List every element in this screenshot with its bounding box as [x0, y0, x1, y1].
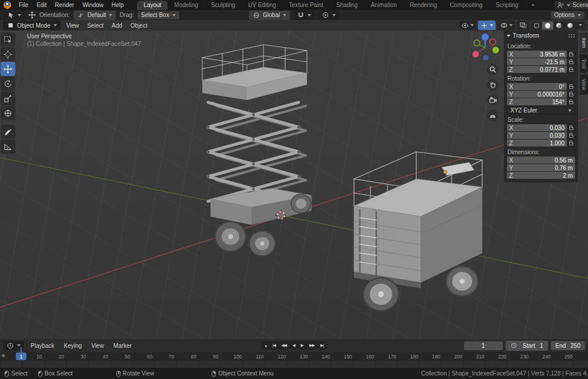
- workspace-tab[interactable]: +: [525, 1, 542, 10]
- gizmo-icon: [480, 22, 488, 29]
- workspace-tab[interactable]: Scripting: [489, 1, 525, 10]
- scene-selector[interactable]: Scene: [554, 1, 588, 9]
- transform-tool[interactable]: [1, 106, 15, 120]
- number-field[interactable]: Y0.000016°: [507, 91, 567, 98]
- shading-rendered-button[interactable]: [564, 22, 576, 29]
- navigation-gizmo[interactable]: [470, 32, 500, 62]
- transform-panel-header[interactable]: Transform: [504, 31, 578, 41]
- blender-logo-icon[interactable]: [4, 1, 11, 9]
- number-field[interactable]: Y0.76 m: [507, 164, 575, 171]
- zoom-button[interactable]: [487, 64, 499, 75]
- lock-button[interactable]: [567, 84, 575, 89]
- menu-item[interactable]: Render: [51, 1, 78, 9]
- rotation-mode-dropdown[interactable]: XYZ Euler: [507, 107, 575, 114]
- workspace-tab[interactable]: Layout: [137, 1, 168, 10]
- orientation-dropdown[interactable]: Default: [74, 11, 116, 20]
- number-field[interactable]: X0.030: [507, 124, 567, 131]
- lock-button[interactable]: [567, 141, 575, 145]
- end-frame-field[interactable]: End250: [551, 341, 585, 350]
- playback-button[interactable]: ◀◀: [278, 342, 289, 349]
- perspective-toggle-button[interactable]: [487, 109, 499, 121]
- lock-button[interactable]: [567, 133, 575, 138]
- blender-window: FileEditRenderWindowHelp LayoutModelingS…: [0, 0, 588, 379]
- workspace-tab[interactable]: Modeling: [168, 1, 205, 10]
- pan-button[interactable]: [487, 79, 499, 91]
- lock-button[interactable]: [567, 59, 575, 64]
- scale-tool[interactable]: [1, 91, 15, 105]
- move-gizmo-icon[interactable]: [28, 11, 36, 19]
- sidebar-tab[interactable]: Item: [580, 33, 588, 53]
- workspace-tab[interactable]: Shading: [330, 1, 365, 10]
- lock-button[interactable]: [567, 52, 575, 56]
- shading-material-button[interactable]: [553, 22, 564, 29]
- sidebar-tab[interactable]: View: [580, 74, 588, 95]
- measure-tool[interactable]: [1, 139, 15, 154]
- number-field[interactable]: Z154°: [507, 98, 567, 105]
- start-frame-field[interactable]: Start1: [506, 341, 548, 351]
- number-field[interactable]: Y-21.5 m: [507, 58, 567, 65]
- workspace-tab[interactable]: UV Editing: [242, 1, 282, 10]
- number-field[interactable]: Y0.030: [507, 132, 567, 139]
- number-field[interactable]: Z0.0771 m: [507, 66, 567, 73]
- timeline-track[interactable]: [0, 361, 588, 368]
- lock-button[interactable]: [567, 125, 575, 130]
- number-field[interactable]: X3.9536 m: [507, 51, 567, 58]
- playback-button[interactable]: ●: [262, 342, 269, 349]
- menu-item[interactable]: Window: [78, 1, 108, 9]
- viewport-menu-item[interactable]: Add: [108, 21, 126, 30]
- viewport-menu-item[interactable]: View: [63, 21, 83, 30]
- shading-options-dropdown[interactable]: [576, 23, 585, 28]
- viewport-menu-item[interactable]: Select: [83, 21, 107, 30]
- lock-button[interactable]: [567, 67, 575, 72]
- transform-orientation-dropdown[interactable]: Global: [249, 11, 290, 20]
- workspace-tab[interactable]: Compositing: [443, 1, 489, 10]
- playback-button[interactable]: |◀: [269, 342, 278, 349]
- cursor-tool[interactable]: [1, 47, 15, 61]
- lock-button[interactable]: [567, 99, 575, 104]
- mode-dropdown[interactable]: Object Mode: [3, 21, 61, 30]
- select-box-tool[interactable]: [1, 32, 15, 46]
- gizmo-toggle[interactable]: [478, 21, 496, 30]
- proportional-editing-toggle[interactable]: [318, 11, 339, 20]
- lock-button[interactable]: [567, 92, 575, 97]
- drag-dropdown[interactable]: Select Box: [138, 11, 179, 19]
- timeline-menu-item[interactable]: Playback: [26, 341, 59, 350]
- menu-item[interactable]: Edit: [32, 1, 51, 9]
- overlays-dropdown[interactable]: [497, 21, 515, 30]
- current-frame-field[interactable]: 1: [464, 341, 503, 350]
- workspace-tab[interactable]: Sculpting: [205, 1, 242, 10]
- menu-item[interactable]: Help: [108, 1, 128, 9]
- sidebar-tab[interactable]: Tool: [580, 54, 588, 74]
- drag-handle-icon[interactable]: [568, 34, 575, 38]
- playback-button[interactable]: ▶|: [318, 342, 326, 349]
- workspace-tab[interactable]: Rendering: [403, 1, 443, 10]
- snap-toggle[interactable]: [293, 11, 315, 20]
- timeline-menu-item[interactable]: Marker: [109, 341, 136, 350]
- workspace-tab[interactable]: Texture Paint: [282, 1, 329, 10]
- options-dropdown[interactable]: Options: [551, 11, 584, 19]
- playback-button[interactable]: ◀: [289, 342, 298, 349]
- shading-wireframe-button[interactable]: [531, 22, 542, 29]
- timeline-menu-item[interactable]: View: [87, 341, 108, 350]
- gizmo-y-neg: [474, 40, 480, 46]
- rotate-tool[interactable]: [1, 77, 15, 91]
- number-field[interactable]: Z1.000: [507, 139, 567, 147]
- timeline-ruler[interactable]: 1 10203040506070809010011012013014015016…: [0, 352, 588, 361]
- shading-solid-button[interactable]: [542, 22, 553, 29]
- active-tool-dropdown[interactable]: [4, 11, 25, 20]
- annotate-tool[interactable]: [1, 125, 15, 139]
- timeline-menu-item[interactable]: Keying: [60, 341, 86, 350]
- viewport-menu-item[interactable]: Object: [127, 21, 151, 30]
- workspace-tab[interactable]: Animation: [364, 1, 403, 10]
- number-field[interactable]: Z2 m: [507, 172, 575, 179]
- move-tool[interactable]: [1, 62, 15, 76]
- menu-item[interactable]: File: [15, 1, 32, 9]
- 3d-viewport[interactable]: User Perspective (1) Collection | Shape_…: [0, 31, 588, 339]
- number-field[interactable]: X0.56 m: [507, 157, 575, 164]
- playback-button[interactable]: ▶▶: [306, 342, 318, 349]
- playback-button[interactable]: ▶: [298, 342, 306, 349]
- selectability-dropdown[interactable]: [459, 21, 476, 30]
- camera-view-button[interactable]: [487, 94, 499, 106]
- xray-toggle[interactable]: [517, 21, 529, 30]
- number-field[interactable]: X0°: [507, 83, 567, 90]
